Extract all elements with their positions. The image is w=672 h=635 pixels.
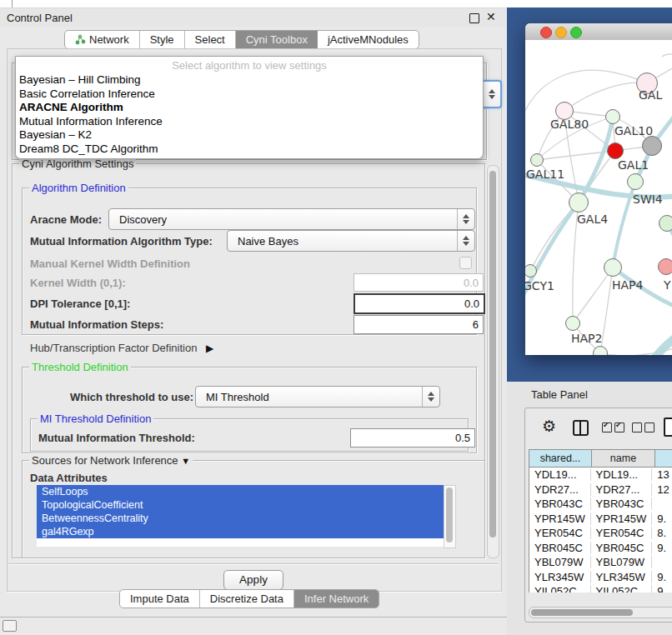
bottom-tab-bar: Impute DataDiscretize DataInfer Network (119, 589, 379, 608)
mi-threshold-definition-title: MI Threshold Definition (38, 412, 153, 425)
attribute-item-betweennesscentrality[interactable]: BetweennessCentrality (37, 512, 444, 525)
dpi-tolerance-field[interactable]: 0.0 (354, 293, 485, 314)
node-label-gal10: GAL10 (614, 124, 653, 138)
mi-threshold-field[interactable]: 0.5 (350, 428, 475, 448)
table-row[interactable]: YLR345WYLR345W9. (529, 570, 672, 585)
table-row[interactable]: YER054CYER054C8. (529, 526, 672, 541)
dropdown-items: Bayesian – Hill ClimbingBasic Correlatio… (16, 73, 483, 156)
network-node-gal1[interactable] (607, 142, 624, 159)
column-header-shared-[interactable]: shared... (529, 449, 592, 468)
table-row[interactable]: YIL052CYIL052C9. (529, 584, 672, 592)
network-node[interactable] (659, 215, 672, 232)
network-node-gal4[interactable] (569, 192, 589, 212)
table-scroll-thumb[interactable] (531, 609, 633, 616)
gear-icon[interactable]: ⚙ (542, 418, 556, 434)
panel-dock-icon[interactable] (3, 620, 17, 632)
aracne-mode-combobox[interactable]: Discovery (108, 208, 475, 230)
which-threshold-combobox[interactable]: MI Threshold (195, 386, 440, 408)
sources-group-title[interactable]: Sources for Network Inference ▼ (29, 454, 193, 467)
dropdown-item-bayesian-hill-climbing[interactable]: Bayesian – Hill Climbing (16, 73, 483, 88)
tab-network[interactable]: Network (65, 31, 140, 48)
apply-button[interactable]: Apply (223, 570, 283, 590)
table-row[interactable]: YDL19...YDL19...13 (529, 468, 672, 482)
float-icon[interactable] (469, 13, 479, 23)
table-cell: YER054C (529, 527, 591, 539)
kernel-width-field[interactable]: 0.0 (354, 273, 484, 292)
dropdown-item-bayesian-k2[interactable]: Bayesian – K2 (16, 128, 483, 142)
data-attributes-list[interactable]: SelfLoopsTopologicalCoefficientBetweenne… (37, 485, 444, 547)
unchecked-pair-icon[interactable] (632, 422, 657, 435)
network-canvas[interactable]: GALGAL80GAL10GAL1GAL11SWI4GAL4GCY1HAP4YH… (525, 40, 672, 355)
close-icon[interactable]: ✕ (486, 10, 496, 23)
close-button[interactable] (540, 27, 552, 38)
tab-jactivemnodules[interactable]: jActiveMNodules (318, 31, 419, 48)
network-node-gal11[interactable] (530, 153, 544, 167)
tab-infer-network[interactable]: Infer Network (294, 590, 379, 608)
mi-threshold-label: Mutual Information Threshold: (38, 432, 195, 444)
tab-style[interactable]: Style (140, 31, 185, 48)
top-strip-divider (12, 0, 13, 8)
table-cell: YER054C (591, 527, 653, 539)
screen: Control Panel ✕ NetworkStyleSelectCyni T… (0, 0, 672, 635)
settings-vertical-scrollbar[interactable] (487, 165, 499, 558)
network-node-y[interactable] (658, 258, 672, 275)
attribute-item-selfloops[interactable]: SelfLoops (37, 485, 444, 498)
hub-section-label: Hub/Transcription Factor Definition (30, 342, 197, 354)
tab-select[interactable]: Select (185, 31, 236, 48)
stepper-arrows-icon (457, 209, 474, 229)
hub-section-toggle[interactable]: Hub/Transcription Factor Definition ▶ (30, 342, 213, 354)
expanded-arrow-icon: ▼ (181, 456, 190, 466)
tab-impute-data[interactable]: Impute Data (120, 590, 200, 608)
split-columns-icon[interactable] (573, 420, 589, 436)
minimize-button[interactable] (555, 27, 567, 38)
separator (8, 563, 499, 564)
dropdown-item-dream8-dc-tdc-algorithm[interactable]: Dream8 DC_TDC Algorithm (16, 142, 483, 157)
manual-kernel-width-checkbox[interactable] (459, 257, 472, 269)
network-node-hap2[interactable] (565, 316, 580, 331)
network-node-swi4[interactable] (627, 173, 644, 190)
cyni-algorithm-settings-title: Cyni Algorithm Settings (19, 158, 136, 170)
algorithm-definition-title: Algorithm Definition (29, 182, 128, 194)
aracne-mode-value: Discovery (109, 213, 457, 226)
table-row[interactable]: YBR045CYBR045C9. (529, 541, 672, 556)
table-cell: YBR045C (529, 542, 591, 554)
tab-cyni-toolbox[interactable]: Cyni Toolbox (236, 31, 318, 48)
table-row[interactable]: YBR043CYBR043C (529, 497, 672, 512)
attributes-scroll-thumb[interactable] (446, 488, 453, 542)
dropdown-item-mutual-information-inference[interactable]: Mutual Information Inference (16, 115, 483, 129)
attributes-scrollbar[interactable] (444, 485, 456, 548)
network-node[interactable] (642, 136, 662, 156)
network-window-titlebar[interactable] (525, 23, 672, 41)
dropdown-item-basic-correlation-inference[interactable]: Basic Correlation Inference (16, 88, 483, 102)
tab-discretize-data[interactable]: Discretize Data (200, 590, 294, 608)
table-row[interactable]: YBL079WYBL079W (529, 555, 672, 570)
column-header-hidden[interactable] (655, 449, 672, 468)
node-label-swi4: SWI4 (633, 192, 663, 206)
table-panel: Table Panel ⚙ shared...name YDL19...YDL1… (507, 382, 672, 635)
mi-steps-field[interactable]: 6 (354, 315, 484, 334)
control-panel-window: Control Panel ✕ NetworkStyleSelectCyni T… (0, 8, 508, 618)
attribute-item-gal4rgexp[interactable]: gal4RGexp (37, 525, 444, 538)
table-cell: YBL079W (529, 556, 591, 568)
column-header-name[interactable]: name (592, 449, 655, 468)
table-cell: YBR043C (591, 498, 653, 510)
attribute-item-topologicalcoefficient[interactable]: TopologicalCoefficient (37, 498, 444, 512)
mi-algorithm-type-combobox[interactable]: Naive Bayes (227, 230, 475, 252)
table-header-row: shared...name (529, 449, 672, 468)
document-icon[interactable] (664, 418, 672, 437)
table-horizontal-scrollbar[interactable] (529, 607, 672, 618)
table-row[interactable]: YDR27...YDR27...12 (529, 482, 672, 498)
mi-algorithm-type-value: Naive Bayes (228, 235, 457, 248)
network-node[interactable] (593, 346, 608, 355)
zoom-button[interactable] (570, 27, 582, 38)
settings-scroll-thumb[interactable] (489, 171, 496, 538)
select-checked-pair-icon[interactable] (602, 422, 627, 435)
network-node-hap4[interactable] (604, 258, 622, 277)
table-cell: YDR27... (529, 483, 591, 496)
table-cell: YLR345W (529, 571, 591, 583)
tab-label: jActiveMNodules (328, 33, 409, 46)
table-cell: YBR043C (529, 498, 591, 510)
table-row[interactable]: YPR145WYPR145W9. (529, 512, 672, 527)
dropdown-item-aracne-algorithm[interactable]: ARACNE Algorithm (16, 101, 483, 115)
network-node-gal10[interactable] (605, 109, 620, 124)
